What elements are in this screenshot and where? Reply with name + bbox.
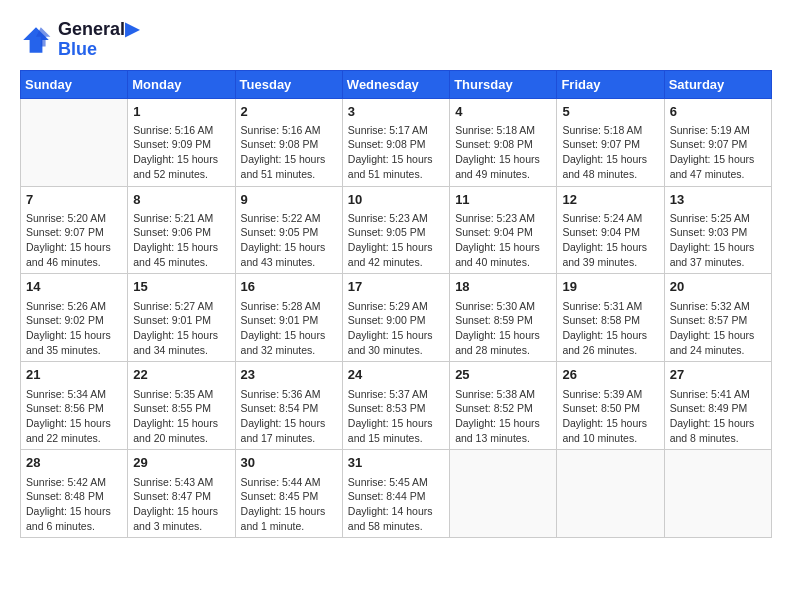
calendar-cell: 15Sunrise: 5:27 AMSunset: 9:01 PMDayligh… <box>128 274 235 362</box>
day-info: Sunrise: 5:30 AM <box>455 299 551 314</box>
calendar-cell: 28Sunrise: 5:42 AMSunset: 8:48 PMDayligh… <box>21 450 128 538</box>
day-info: and 6 minutes. <box>26 519 122 534</box>
week-row-4: 21Sunrise: 5:34 AMSunset: 8:56 PMDayligh… <box>21 362 772 450</box>
day-info: Sunset: 8:53 PM <box>348 401 444 416</box>
day-info: Daylight: 15 hours <box>133 504 229 519</box>
day-info: Sunset: 8:50 PM <box>562 401 658 416</box>
day-info: Daylight: 15 hours <box>26 416 122 431</box>
day-number: 16 <box>241 278 337 296</box>
day-info: Sunset: 9:05 PM <box>348 225 444 240</box>
day-number: 12 <box>562 191 658 209</box>
day-info: Sunset: 8:48 PM <box>26 489 122 504</box>
day-info: Daylight: 15 hours <box>133 152 229 167</box>
calendar-header-row: SundayMondayTuesdayWednesdayThursdayFrid… <box>21 70 772 98</box>
day-number: 28 <box>26 454 122 472</box>
day-info: Sunset: 8:56 PM <box>26 401 122 416</box>
day-info: Sunset: 9:05 PM <box>241 225 337 240</box>
header-thursday: Thursday <box>450 70 557 98</box>
day-info: Sunrise: 5:27 AM <box>133 299 229 314</box>
day-info: Daylight: 15 hours <box>241 240 337 255</box>
day-info: Daylight: 15 hours <box>348 416 444 431</box>
day-number: 5 <box>562 103 658 121</box>
day-info: Sunset: 8:55 PM <box>133 401 229 416</box>
calendar-cell: 7Sunrise: 5:20 AMSunset: 9:07 PMDaylight… <box>21 186 128 274</box>
calendar-cell: 18Sunrise: 5:30 AMSunset: 8:59 PMDayligh… <box>450 274 557 362</box>
day-info: Sunrise: 5:32 AM <box>670 299 766 314</box>
day-info: and 13 minutes. <box>455 431 551 446</box>
day-number: 8 <box>133 191 229 209</box>
day-info: and 45 minutes. <box>133 255 229 270</box>
calendar-cell: 11Sunrise: 5:23 AMSunset: 9:04 PMDayligh… <box>450 186 557 274</box>
day-info: Sunrise: 5:17 AM <box>348 123 444 138</box>
day-info: Daylight: 15 hours <box>670 416 766 431</box>
day-info: and 1 minute. <box>241 519 337 534</box>
day-info: Sunset: 8:57 PM <box>670 313 766 328</box>
day-info: and 15 minutes. <box>348 431 444 446</box>
calendar-cell: 6Sunrise: 5:19 AMSunset: 9:07 PMDaylight… <box>664 98 771 186</box>
day-info: and 35 minutes. <box>26 343 122 358</box>
day-info: Sunset: 9:04 PM <box>562 225 658 240</box>
day-info: Daylight: 15 hours <box>348 240 444 255</box>
day-number: 10 <box>348 191 444 209</box>
day-info: Daylight: 15 hours <box>241 152 337 167</box>
day-info: Daylight: 15 hours <box>348 152 444 167</box>
header-wednesday: Wednesday <box>342 70 449 98</box>
calendar-cell: 1Sunrise: 5:16 AMSunset: 9:09 PMDaylight… <box>128 98 235 186</box>
calendar-cell: 3Sunrise: 5:17 AMSunset: 9:08 PMDaylight… <box>342 98 449 186</box>
day-number: 14 <box>26 278 122 296</box>
day-info: and 32 minutes. <box>241 343 337 358</box>
day-number: 30 <box>241 454 337 472</box>
day-info: Sunrise: 5:41 AM <box>670 387 766 402</box>
day-info: Sunrise: 5:38 AM <box>455 387 551 402</box>
calendar-cell: 10Sunrise: 5:23 AMSunset: 9:05 PMDayligh… <box>342 186 449 274</box>
calendar-cell: 31Sunrise: 5:45 AMSunset: 8:44 PMDayligh… <box>342 450 449 538</box>
day-info: Daylight: 15 hours <box>241 328 337 343</box>
day-info: Sunset: 8:52 PM <box>455 401 551 416</box>
day-info: and 24 minutes. <box>670 343 766 358</box>
day-number: 1 <box>133 103 229 121</box>
calendar-cell <box>450 450 557 538</box>
day-info: Sunset: 9:07 PM <box>562 137 658 152</box>
day-info: Daylight: 15 hours <box>670 240 766 255</box>
day-info: Daylight: 15 hours <box>562 240 658 255</box>
calendar-cell <box>557 450 664 538</box>
day-info: Sunrise: 5:28 AM <box>241 299 337 314</box>
day-info: Sunrise: 5:43 AM <box>133 475 229 490</box>
day-number: 22 <box>133 366 229 384</box>
day-info: and 40 minutes. <box>455 255 551 270</box>
day-info: Sunset: 9:07 PM <box>26 225 122 240</box>
calendar-cell: 19Sunrise: 5:31 AMSunset: 8:58 PMDayligh… <box>557 274 664 362</box>
day-info: Daylight: 15 hours <box>455 240 551 255</box>
calendar-cell: 5Sunrise: 5:18 AMSunset: 9:07 PMDaylight… <box>557 98 664 186</box>
day-number: 27 <box>670 366 766 384</box>
day-info: Sunrise: 5:21 AM <box>133 211 229 226</box>
calendar-cell: 26Sunrise: 5:39 AMSunset: 8:50 PMDayligh… <box>557 362 664 450</box>
day-info: Sunrise: 5:29 AM <box>348 299 444 314</box>
day-info: Daylight: 15 hours <box>133 416 229 431</box>
day-info: Daylight: 15 hours <box>241 416 337 431</box>
day-info: Sunset: 8:54 PM <box>241 401 337 416</box>
day-info: Daylight: 15 hours <box>455 328 551 343</box>
day-info: Daylight: 15 hours <box>562 328 658 343</box>
day-info: Sunrise: 5:22 AM <box>241 211 337 226</box>
header-friday: Friday <box>557 70 664 98</box>
day-info: Sunset: 9:01 PM <box>241 313 337 328</box>
day-number: 31 <box>348 454 444 472</box>
day-number: 21 <box>26 366 122 384</box>
calendar-cell: 16Sunrise: 5:28 AMSunset: 9:01 PMDayligh… <box>235 274 342 362</box>
day-info: and 8 minutes. <box>670 431 766 446</box>
day-number: 15 <box>133 278 229 296</box>
week-row-2: 7Sunrise: 5:20 AMSunset: 9:07 PMDaylight… <box>21 186 772 274</box>
day-number: 26 <box>562 366 658 384</box>
day-number: 13 <box>670 191 766 209</box>
day-info: and 51 minutes. <box>241 167 337 182</box>
header-sunday: Sunday <box>21 70 128 98</box>
day-info: Sunset: 8:58 PM <box>562 313 658 328</box>
calendar-cell: 8Sunrise: 5:21 AMSunset: 9:06 PMDaylight… <box>128 186 235 274</box>
day-info: Daylight: 15 hours <box>26 504 122 519</box>
day-info: and 3 minutes. <box>133 519 229 534</box>
day-info: and 17 minutes. <box>241 431 337 446</box>
day-number: 3 <box>348 103 444 121</box>
calendar-cell: 9Sunrise: 5:22 AMSunset: 9:05 PMDaylight… <box>235 186 342 274</box>
day-info: and 42 minutes. <box>348 255 444 270</box>
